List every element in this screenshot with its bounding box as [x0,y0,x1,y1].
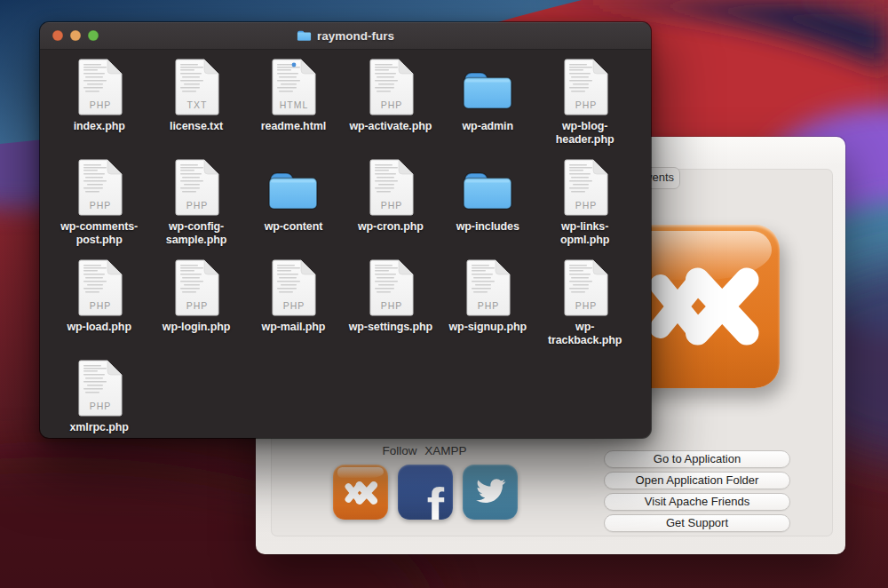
file-item[interactable]: PHP wp-cron.php [342,159,439,259]
xampp-icon[interactable] [333,465,388,520]
php-file-glyph: PHP [173,159,219,216]
file-item[interactable]: PHP wp-comments-post.php [51,159,147,259]
php-file-glyph: PHP [368,59,414,115]
file-label: wp-cron.php [358,220,424,234]
php-file-icon: PHP [365,59,416,115]
svg-text:TXT: TXT [187,99,208,110]
php-file-glyph: PHP [270,259,316,316]
file-label: wp-load.php [67,321,131,334]
file-label: wp-trackback.php [539,321,631,347]
php-file-icon: PHP [170,159,222,216]
window-title-text: raymond-furs [317,29,394,43]
folder-icon [462,159,513,216]
file-item[interactable]: PHP wp-links-opml.php [536,159,633,259]
file-item[interactable]: PHP index.php [51,59,147,159]
file-label: wp-activate.php [349,120,432,133]
svg-text:HTML: HTML [280,99,309,110]
html-file-glyph: HTML [270,59,316,115]
php-file-glyph: PHP [76,360,123,417]
html-file-icon: HTML [267,59,319,115]
php-file-glyph: PHP [76,159,123,216]
file-label: index.php [74,120,125,133]
file-label: readme.html [261,120,326,133]
folder-glyph [462,67,513,111]
file-label: wp-blog-header.php [539,120,631,147]
get-support-button[interactable]: Get Support [604,514,790,532]
finder-titlebar[interactable]: raymond-furs [40,22,651,50]
file-item[interactable]: PHP wp-mail.php [245,259,342,360]
svg-text:PHP: PHP [89,99,111,110]
file-item[interactable]: PHP wp-trackback.php [536,259,633,360]
php-file-icon: PHP [365,259,416,316]
php-file-icon: PHP [365,159,416,216]
file-item[interactable]: TXT license.txt [147,59,244,159]
svg-text:PHP: PHP [381,300,403,311]
social-icons-row: f [333,465,518,520]
twitter-icon[interactable] [463,465,518,520]
file-label: license.txt [170,120,223,133]
php-file-icon: PHP [74,159,125,216]
svg-text:PHP: PHP [186,200,209,211]
folder-icon [267,159,319,216]
file-label: wp-includes [456,220,519,234]
file-item[interactable]: PHP wp-load.php [51,259,147,360]
svg-text:PHP: PHP [89,401,111,411]
file-label: xmlrpc.php [70,421,129,434]
php-file-icon: PHP [170,259,222,316]
php-file-glyph: PHP [76,259,123,316]
txt-file-glyph: TXT [173,59,219,115]
svg-text:PHP: PHP [478,300,500,311]
svg-text:PHP: PHP [575,200,597,211]
svg-text:PHP: PHP [575,300,597,311]
svg-text:PHP: PHP [575,99,597,110]
file-item[interactable]: PHP wp-login.php [147,259,244,360]
file-label: wp-comments-post.php [53,220,146,247]
xampp-xx-glyph [635,240,768,373]
file-item[interactable]: HTML readme.html [245,59,342,159]
facebook-icon[interactable]: f [398,465,453,520]
folder-item[interactable]: wp-content [245,159,342,259]
file-item[interactable]: PHP wp-config-sample.php [147,159,244,259]
php-file-icon: PHP [559,159,611,216]
file-item[interactable]: PHP wp-signup.php [440,259,536,360]
file-item[interactable]: PHP wp-activate.php [342,59,439,159]
file-label: wp-content [265,220,323,234]
folder-icon [297,29,312,42]
svg-text:PHP: PHP [186,300,209,311]
svg-text:PHP: PHP [89,300,111,311]
xampp-xx-glyph [341,473,380,513]
svg-text:PHP: PHP [89,200,111,211]
php-file-icon: PHP [74,59,125,115]
window-title: raymond-furs [40,22,651,49]
php-file-icon: PHP [267,259,319,316]
finder-window: raymond-furs PHP index.php TXT license.t… [40,22,651,438]
php-file-glyph: PHP [76,59,123,115]
folder-glyph [267,167,319,211]
folder-icon [462,59,513,115]
php-file-glyph: PHP [464,259,511,316]
txt-file-icon: TXT [170,59,222,115]
folder-glyph [462,167,513,211]
file-label: wp-login.php [163,321,231,334]
twitter-bird-glyph [472,475,509,507]
php-file-glyph: PHP [562,159,608,216]
php-file-glyph: PHP [368,259,414,316]
php-file-glyph: PHP [173,259,219,316]
folder-item[interactable]: wp-includes [440,159,536,259]
svg-text:PHP: PHP [381,200,403,211]
php-file-glyph: PHP [368,159,414,216]
file-item[interactable]: PHP xmlrpc.php [51,360,147,438]
svg-text:PHP: PHP [283,300,305,311]
open-application-folder-button[interactable]: Open Application Folder [604,472,790,489]
file-item[interactable]: PHP wp-blog-header.php [536,59,633,159]
file-label: wp-config-sample.php [150,220,242,247]
file-label: wp-links-opml.php [539,220,631,247]
go-to-application-button[interactable]: Go to Application [604,450,790,468]
php-file-icon: PHP [559,259,611,316]
visit-apache-friends-button[interactable]: Visit Apache Friends [604,493,790,511]
follow-xampp-label: Follow XAMPP [345,444,504,457]
file-label: wp-signup.php [448,321,527,334]
folder-item[interactable]: wp-admin [440,59,536,159]
php-file-icon: PHP [559,59,611,115]
file-item[interactable]: PHP wp-settings.php [342,259,439,360]
